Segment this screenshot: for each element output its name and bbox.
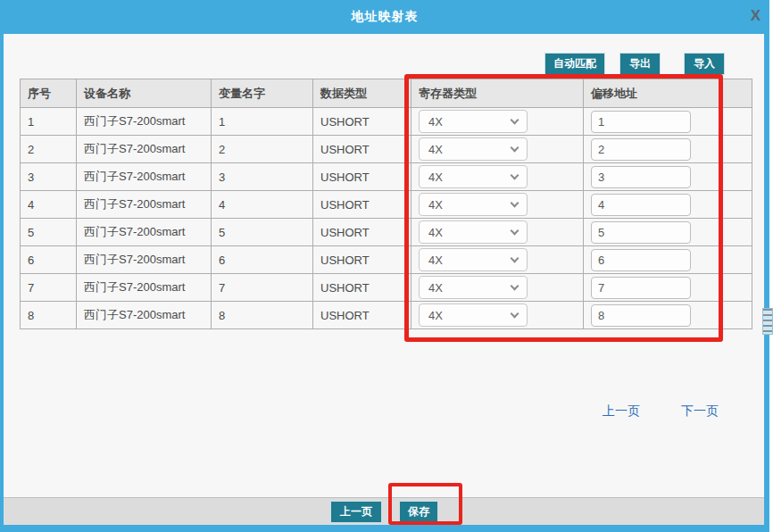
cell-variable: 1 bbox=[212, 108, 313, 136]
table-row: 5 西门子S7-200smart 5 USHORT 4X bbox=[21, 219, 752, 246]
chevron-down-icon bbox=[511, 282, 519, 291]
chevron-down-icon bbox=[511, 116, 519, 125]
cell-datatype: USHORT bbox=[313, 108, 411, 136]
table-header-row: 序号 设备名称 变量名字 数据类型 寄存器类型 偏移地址 bbox=[21, 79, 752, 108]
cell-device: 西门子S7-200smart bbox=[77, 108, 212, 136]
cell-variable: 5 bbox=[212, 219, 313, 246]
offset-input[interactable] bbox=[591, 221, 691, 244]
cell-empty bbox=[722, 136, 752, 163]
dialog-footer bbox=[4, 497, 764, 525]
offset-input[interactable] bbox=[591, 111, 691, 133]
register-type-value: 4X bbox=[428, 198, 443, 212]
cell-empty bbox=[722, 163, 752, 191]
cell-empty bbox=[722, 246, 752, 274]
table-row: 8 西门子S7-200smart 8 USHORT 4X bbox=[21, 302, 752, 329]
register-type-value: 4X bbox=[428, 170, 443, 184]
register-type-select[interactable]: 4X bbox=[419, 110, 528, 133]
register-type-value: 4X bbox=[428, 226, 443, 239]
cell-variable: 3 bbox=[212, 163, 313, 191]
chevron-down-icon bbox=[511, 310, 519, 319]
dialog-border-right bbox=[764, 34, 769, 525]
chevron-down-icon bbox=[511, 171, 519, 180]
next-page-link[interactable]: 下一页 bbox=[681, 403, 719, 420]
cell-seq: 6 bbox=[21, 246, 77, 274]
resize-handle[interactable] bbox=[762, 308, 773, 335]
chevron-down-icon bbox=[511, 254, 519, 263]
cell-datatype: USHORT bbox=[313, 274, 411, 302]
cell-device: 西门子S7-200smart bbox=[77, 163, 212, 191]
chevron-down-icon bbox=[511, 227, 519, 236]
cell-device: 西门子S7-200smart bbox=[77, 274, 212, 302]
register-type-select[interactable]: 4X bbox=[419, 193, 528, 216]
table-row: 3 西门子S7-200smart 3 USHORT 4X bbox=[21, 163, 752, 191]
cell-device: 西门子S7-200smart bbox=[77, 302, 212, 329]
table-row: 7 西门子S7-200smart 7 USHORT 4X bbox=[21, 274, 752, 302]
register-type-select[interactable]: 4X bbox=[419, 220, 528, 244]
register-type-value: 4X bbox=[428, 115, 443, 129]
address-mapping-dialog: 地址映射表 X 自动匹配 导出 导入 序号 设备名称 变量名字 数据类型 寄存器… bbox=[0, 0, 773, 532]
table-row: 1 西门子S7-200smart 1 USHORT 4X bbox=[21, 108, 752, 136]
save-button[interactable]: 保存 bbox=[399, 501, 438, 523]
cell-empty bbox=[722, 274, 752, 302]
table-row: 2 西门子S7-200smart 2 USHORT 4X bbox=[21, 136, 752, 163]
header-empty bbox=[722, 79, 752, 108]
header-datatype: 数据类型 bbox=[313, 79, 411, 108]
cell-variable: 8 bbox=[212, 302, 313, 329]
cell-empty bbox=[722, 219, 752, 246]
dialog-titlebar: 地址映射表 bbox=[0, 0, 769, 34]
header-offset: 偏移地址 bbox=[584, 79, 722, 108]
cell-datatype: USHORT bbox=[313, 191, 411, 219]
cell-datatype: USHORT bbox=[313, 136, 411, 163]
import-button[interactable]: 导入 bbox=[684, 53, 725, 75]
register-type-value: 4X bbox=[428, 281, 443, 295]
header-register-type: 寄存器类型 bbox=[411, 79, 584, 108]
cell-seq: 5 bbox=[21, 219, 77, 246]
cell-datatype: USHORT bbox=[313, 219, 411, 246]
cell-variable: 6 bbox=[212, 246, 313, 274]
prev-page-button[interactable]: 上一页 bbox=[330, 501, 382, 523]
cell-empty bbox=[722, 191, 752, 219]
cell-empty bbox=[722, 108, 752, 136]
table-row: 6 西门子S7-200smart 6 USHORT 4X bbox=[21, 246, 752, 274]
prev-page-link[interactable]: 上一页 bbox=[603, 403, 640, 420]
cell-variable: 7 bbox=[212, 274, 313, 302]
offset-input[interactable] bbox=[591, 277, 691, 299]
cell-seq: 7 bbox=[21, 274, 77, 302]
offset-input[interactable] bbox=[591, 249, 691, 271]
chevron-down-icon bbox=[511, 199, 519, 208]
header-seq: 序号 bbox=[21, 79, 77, 108]
close-icon[interactable]: X bbox=[751, 7, 761, 25]
register-type-value: 4X bbox=[428, 254, 443, 267]
header-device: 设备名称 bbox=[77, 79, 212, 108]
dialog-title: 地址映射表 bbox=[352, 9, 419, 25]
offset-input[interactable] bbox=[591, 304, 691, 327]
offset-input[interactable] bbox=[591, 138, 691, 161]
cell-device: 西门子S7-200smart bbox=[77, 246, 212, 274]
register-type-select[interactable]: 4X bbox=[419, 303, 528, 327]
cell-datatype: USHORT bbox=[313, 302, 411, 329]
register-type-select[interactable]: 4X bbox=[419, 248, 528, 271]
offset-input[interactable] bbox=[591, 166, 691, 188]
cell-variable: 4 bbox=[212, 191, 313, 219]
register-type-select[interactable]: 4X bbox=[419, 165, 528, 188]
table-row: 4 西门子S7-200smart 4 USHORT 4X bbox=[21, 191, 752, 219]
cell-device: 西门子S7-200smart bbox=[77, 136, 212, 163]
offset-input[interactable] bbox=[591, 194, 691, 216]
register-type-select[interactable]: 4X bbox=[419, 276, 528, 299]
cell-device: 西门子S7-200smart bbox=[77, 191, 212, 219]
export-button[interactable]: 导出 bbox=[619, 53, 661, 75]
cell-datatype: USHORT bbox=[313, 246, 411, 274]
cell-seq: 1 bbox=[21, 108, 77, 136]
cell-seq: 8 bbox=[21, 302, 77, 329]
register-type-value: 4X bbox=[428, 309, 443, 322]
cell-empty bbox=[722, 302, 752, 329]
header-variable: 变量名字 bbox=[212, 79, 313, 108]
chevron-down-icon bbox=[511, 144, 519, 153]
cell-variable: 2 bbox=[212, 136, 313, 163]
register-type-value: 4X bbox=[428, 143, 443, 156]
cell-seq: 4 bbox=[21, 191, 77, 219]
cell-device: 西门子S7-200smart bbox=[77, 219, 212, 246]
auto-match-button[interactable]: 自动匹配 bbox=[544, 53, 605, 75]
register-type-select[interactable]: 4X bbox=[419, 137, 528, 161]
cell-seq: 2 bbox=[21, 136, 77, 163]
